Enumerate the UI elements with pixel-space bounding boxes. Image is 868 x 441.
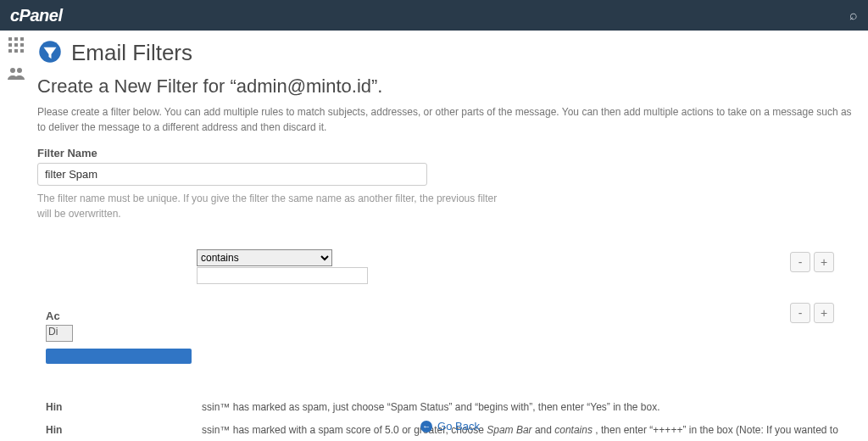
rule-pm-buttons: - + [790, 252, 834, 272]
svg-rect-3 [8, 43, 12, 47]
rule-row: contains - + - + [37, 252, 854, 293]
arrow-left-icon: ← [420, 421, 432, 433]
page-title-row: Email Filters [37, 39, 854, 67]
hint1-text: ssin™ has marked as spam, just choose “S… [202, 401, 660, 413]
brand-logo: cPanel [10, 6, 62, 25]
users-icon[interactable] [8, 67, 25, 83]
svg-point-9 [10, 68, 15, 73]
rule-remove-button[interactable]: - [790, 252, 810, 272]
main-content: Email Filters Create a New Filter for “a… [32, 31, 868, 441]
svg-rect-8 [20, 49, 24, 53]
rule-value-input[interactable] [197, 267, 368, 284]
hint-label-1: Hin [46, 401, 62, 413]
hint-row-1: Hin ssin™ has marked as spam, just choos… [46, 399, 854, 416]
top-bar: cPanel ⌕ [0, 0, 868, 31]
left-sidebar [0, 31, 32, 441]
svg-point-10 [17, 68, 22, 73]
actions-area: Ac Di [37, 310, 854, 357]
grid-apps-icon[interactable] [8, 37, 24, 55]
svg-rect-5 [20, 43, 24, 47]
svg-rect-7 [14, 49, 18, 53]
svg-rect-2 [20, 37, 24, 41]
filter-name-note: The filter name must be unique. If you g… [37, 191, 512, 221]
rules-area: contains - + - + Ac Di Hin ssin™ has mar… [37, 252, 854, 405]
svg-rect-1 [14, 37, 18, 41]
go-back-label: Go Back [437, 420, 480, 433]
search-icon[interactable]: ⌕ [849, 8, 858, 23]
helper-text: Please create a filter below. You can ad… [37, 104, 854, 135]
funnel-icon [37, 39, 63, 67]
svg-rect-4 [14, 43, 18, 47]
action-select-clipped[interactable]: Di [46, 325, 73, 342]
actions-label-clipped: Ac [46, 310, 60, 322]
svg-rect-6 [8, 49, 12, 53]
section-title: Create a New Filter for “admin@minto.id”… [37, 75, 854, 98]
create-button-clipped[interactable] [46, 349, 192, 364]
page-title: Email Filters [71, 40, 192, 66]
filter-name-input[interactable] [37, 163, 427, 186]
rule-add-button[interactable]: + [814, 252, 834, 272]
rule-condition-select[interactable]: contains [197, 249, 332, 266]
filter-name-label: Filter Name [37, 147, 854, 159]
go-back-link[interactable]: ← Go Back [32, 420, 868, 433]
svg-rect-0 [8, 37, 12, 41]
